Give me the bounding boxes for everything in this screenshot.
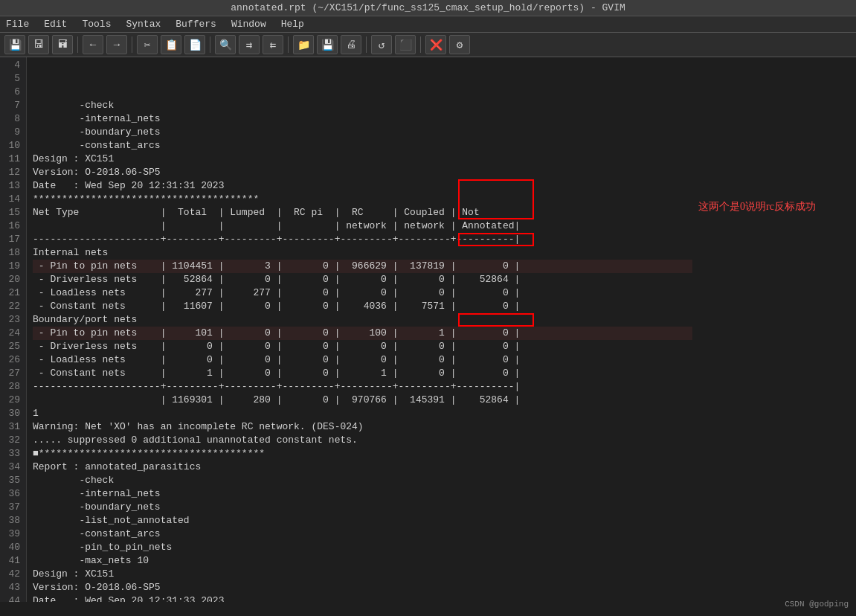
tb-print-btn[interactable]: 🖨 xyxy=(341,35,361,54)
line-number-7: 7 xyxy=(6,99,20,112)
line-number-6: 6 xyxy=(6,86,20,99)
tb-back-btn[interactable]: ← xyxy=(83,35,103,54)
title-text: annotated.rpt (~/XC151/pt/func_ss125_cma… xyxy=(231,2,625,13)
line-number-40: 40 xyxy=(6,541,20,554)
line-number-30: 30 xyxy=(6,407,20,420)
tb-sep-2 xyxy=(132,36,132,53)
tb-sep-6 xyxy=(420,36,421,53)
line-number-38: 38 xyxy=(6,514,20,527)
title-bar: annotated.rpt (~/XC151/pt/func_ss125_cma… xyxy=(0,0,856,16)
editor-line-22: Boundary/port nets xyxy=(33,313,692,327)
line-number-33: 33 xyxy=(6,447,20,461)
editor-content[interactable]: -check -internal_nets -boundary_nets -co… xyxy=(27,57,692,602)
tb-save-btn[interactable]: 💾 xyxy=(4,35,25,54)
tb-diff-btn[interactable]: ↺ xyxy=(371,35,392,54)
line-number-26: 26 xyxy=(6,353,20,367)
line-number-34: 34 xyxy=(6,461,20,474)
line-number-16: 16 xyxy=(6,219,20,233)
annotation-area: 这两个是0说明rc反标成功 xyxy=(692,57,856,602)
main-area: 4567891011121314151617181920212223242526… xyxy=(0,57,856,602)
line-number-41: 41 xyxy=(6,554,20,568)
line-number-25: 25 xyxy=(6,340,20,353)
editor-line-6: -boundary_nets xyxy=(33,126,692,139)
tb-findprev-btn[interactable]: ⇇ xyxy=(263,35,283,54)
editor-line-8: Design : XC151 xyxy=(33,153,692,166)
editor-line-45: Date : Wed Sep 20 12:31:33 2023 xyxy=(33,594,692,602)
tb-save2-btn[interactable]: 🖫 xyxy=(28,35,49,54)
editor-line-27: ----------------------+---------+-------… xyxy=(33,380,692,394)
editor-line-34: ■*************************************** xyxy=(33,447,692,461)
tb-findnext-btn[interactable]: ⇉ xyxy=(239,35,260,54)
editor-line-24: - Driverless nets | 0 | 0 | 0 | 0 | 0 | … xyxy=(33,340,692,353)
line-number-44: 44 xyxy=(6,594,20,602)
watermark: CSDN @godping xyxy=(785,600,849,609)
menu-bar: File Edit Tools Syntax Buffers Window He… xyxy=(0,16,856,33)
tb-find-btn[interactable]: 🔍 xyxy=(215,35,236,54)
tb-help-btn[interactable]: ❌ xyxy=(425,35,446,54)
editor-line-11: *************************************** xyxy=(33,193,692,206)
line-number-22: 22 xyxy=(6,300,20,313)
menu-tools[interactable]: Tools xyxy=(80,18,112,31)
tb-blk-btn[interactable]: ⬛ xyxy=(395,35,416,54)
line-number-8: 8 xyxy=(6,112,20,126)
line-number-11: 11 xyxy=(6,153,20,166)
editor-line-42: -max_nets 10 xyxy=(33,554,692,568)
line-number-21: 21 xyxy=(6,286,20,300)
editor-line-30: 1 xyxy=(33,407,692,420)
line-number-5: 5 xyxy=(6,72,20,86)
line-number-39: 39 xyxy=(6,527,20,541)
tb-sep-3 xyxy=(210,36,210,53)
line-number-37: 37 xyxy=(6,501,20,514)
tb-sep-1 xyxy=(77,36,78,53)
menu-syntax[interactable]: Syntax xyxy=(124,18,162,31)
editor-line-32: ..... suppressed 0 additional unannotate… xyxy=(33,434,692,447)
line-number-27: 27 xyxy=(6,367,20,380)
editor-line-44: Version: O-2018.06-SP5 xyxy=(33,581,692,594)
menu-buffers[interactable]: Buffers xyxy=(174,18,218,31)
editor-line-13: Net Type | Total | Lumped | RC pi | RC |… xyxy=(33,206,692,219)
tb-forward-btn[interactable]: → xyxy=(106,35,127,54)
editor-line-4: -check xyxy=(33,99,692,112)
line-number-10: 10 xyxy=(6,139,20,153)
editor-line-36: -check xyxy=(33,474,692,487)
editor-line-41: -pin_to_pin_nets xyxy=(33,541,692,554)
editor-line-5: -internal_nets xyxy=(33,112,692,126)
menu-help[interactable]: Help xyxy=(280,18,306,31)
tb-save3-btn[interactable]: 🖬 xyxy=(52,35,73,54)
editor-line-31: Warning: Net 'XO' has an incomplete RC n… xyxy=(33,420,692,434)
tb-paste-btn[interactable]: 📄 xyxy=(184,35,205,54)
editor-line-17: - Pin to pin nets | 1104451 | 3 | 0 | 96… xyxy=(33,260,692,273)
line-number-gutter: 4567891011121314151617181920212223242526… xyxy=(0,57,27,602)
editor-line-43: Design : XC151 xyxy=(33,568,692,581)
editor-line-19: - Loadless nets | 277 | 277 | 0 | 0 | 0 … xyxy=(33,286,692,300)
editor-line-35: Report : annotated_parasitics xyxy=(33,461,692,474)
editor-line-18: - Driverless nets | 52864 | 0 | 0 | 0 | … xyxy=(33,273,692,286)
menu-window[interactable]: Window xyxy=(230,18,268,31)
tb-save4-btn[interactable]: 💾 xyxy=(317,35,338,54)
editor-line-28: | 1169301 | 280 | 0 | 970766 | 145391 | … xyxy=(33,394,692,407)
line-number-9: 9 xyxy=(6,126,20,139)
tb-cut-btn[interactable]: ✂ xyxy=(137,35,158,54)
menu-edit[interactable]: Edit xyxy=(42,18,68,31)
tb-info-btn[interactable]: ⚙ xyxy=(449,35,470,54)
editor-line-20: - Constant nets | 11607 | 0 | 0 | 4036 |… xyxy=(33,300,692,313)
line-number-32: 32 xyxy=(6,434,20,447)
tb-sep-4 xyxy=(288,36,289,53)
line-number-19: 19 xyxy=(6,260,20,273)
tb-open-btn[interactable]: 📁 xyxy=(293,35,314,54)
line-number-28: 28 xyxy=(6,380,20,394)
line-number-12: 12 xyxy=(6,166,20,179)
line-number-24: 24 xyxy=(6,327,20,340)
line-number-29: 29 xyxy=(6,394,20,407)
toolbar: 💾 🖫 🖬 ← → ✂ 📋 📄 🔍 ⇉ ⇇ 📁 💾 🖨 ↺ ⬛ ❌ ⚙ xyxy=(0,33,856,57)
tb-sep-5 xyxy=(366,36,367,53)
editor-line-10: Date : Wed Sep 20 12:31:31 2023 xyxy=(33,179,692,193)
watermark-text: CSDN @godping xyxy=(785,600,849,609)
tb-copy-btn[interactable]: 📋 xyxy=(161,35,181,54)
editor-line-9: Version: O-2018.06-SP5 xyxy=(33,166,692,179)
menu-file[interactable]: File xyxy=(4,18,30,31)
editor-line-40: -constant_arcs xyxy=(33,527,692,541)
line-number-20: 20 xyxy=(6,273,20,286)
editor-line-14: | | | | network | network | Annotated| xyxy=(33,219,692,233)
editor-line-38: -boundary_nets xyxy=(33,501,692,514)
